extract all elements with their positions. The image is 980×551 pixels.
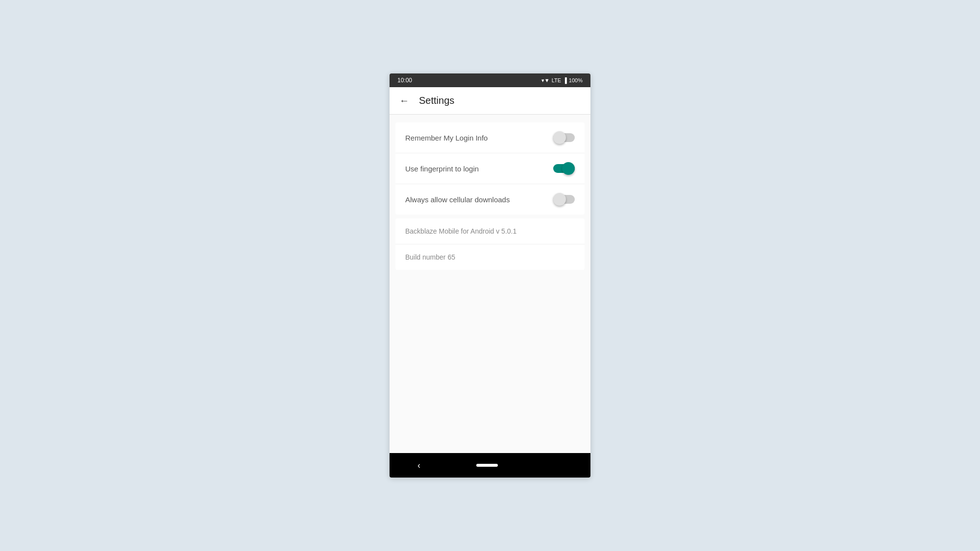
remember-login-toggle[interactable] [553, 131, 575, 144]
app-version-label: Backblaze Mobile for Android v 5.0.1 [405, 227, 516, 235]
top-bar: ← Settings [390, 87, 590, 115]
nav-bar: ‹ [390, 453, 590, 478]
nav-back-button[interactable]: ‹ [417, 460, 420, 471]
back-button[interactable]: ← [397, 93, 411, 108]
phone-container: 10:00 ▾▼ LTE ▐ 100% ← Settings Remember … [390, 73, 590, 478]
battery-icon: 100% [569, 77, 583, 83]
settings-item-remember-login: Remember My Login Info [395, 122, 585, 153]
fingerprint-label: Use fingerprint to login [405, 165, 479, 173]
fingerprint-toggle[interactable] [553, 162, 575, 175]
settings-item-app-version: Backblaze Mobile for Android v 5.0.1 [395, 218, 585, 244]
nav-recents-button[interactable] [554, 461, 563, 470]
wifi-icon: ▾▼ [541, 77, 550, 84]
status-icons: ▾▼ LTE ▐ 100% [541, 77, 583, 84]
settings-card-toggles: Remember My Login Info Use fingerprint t… [395, 122, 585, 215]
fingerprint-thumb [562, 162, 575, 175]
content-area: Remember My Login Info Use fingerprint t… [390, 115, 590, 453]
remember-login-thumb [553, 131, 566, 144]
lte-label: LTE [552, 77, 561, 83]
cellular-toggle[interactable] [553, 193, 575, 206]
settings-card-info: Backblaze Mobile for Android v 5.0.1 Bui… [395, 218, 585, 270]
cellular-thumb [553, 193, 566, 206]
settings-item-fingerprint: Use fingerprint to login [395, 153, 585, 184]
cellular-label: Always allow cellular downloads [405, 195, 510, 204]
build-number-label: Build number 65 [405, 253, 455, 261]
signal-icon: ▐ [563, 77, 567, 83]
settings-item-cellular: Always allow cellular downloads [395, 184, 585, 215]
status-bar: 10:00 ▾▼ LTE ▐ 100% [390, 73, 590, 87]
remember-login-label: Remember My Login Info [405, 134, 488, 142]
settings-item-build-number: Build number 65 [395, 244, 585, 270]
nav-home-button[interactable] [476, 464, 498, 467]
status-time: 10:00 [397, 77, 412, 84]
page-title: Settings [419, 95, 454, 106]
battery-label: 100% [569, 77, 583, 83]
